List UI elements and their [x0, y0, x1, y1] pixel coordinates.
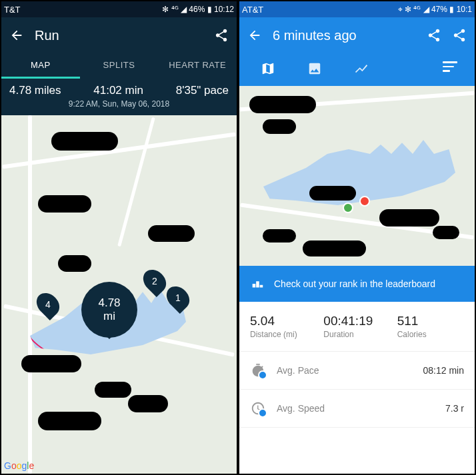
row-avg-pace: Avg. Pace 08:12 min — [239, 352, 475, 390]
status-bar: T&T ✻ ⁴ᴳ ◢ 46% ▮ 10:12 — [1, 1, 237, 17]
header: 6 minutes ago — [239, 17, 475, 86]
podium-icon — [250, 276, 265, 291]
map-attribution: Google — [4, 460, 34, 471]
tab-map[interactable] — [245, 53, 291, 86]
tab-chart[interactable] — [338, 53, 385, 86]
header: Run MAP SPLITS HEART RATE — [1, 17, 237, 79]
metric-calories: 511 Calories — [397, 314, 464, 339]
leaderboard-text: Check out your rank in the leaderboard — [274, 278, 435, 289]
metric-distance: 5.04 Distance (mi) — [250, 314, 317, 339]
share-alt-icon[interactable] — [452, 28, 467, 43]
stat-time: 41:02 min — [93, 84, 143, 97]
status-icons: ✻ ⁴ᴳ ◢ 46% ▮ 10:12 — [162, 5, 234, 14]
back-icon[interactable] — [9, 28, 24, 43]
image-icon — [307, 61, 322, 76]
chart-icon — [354, 61, 369, 76]
tab-heartrate[interactable]: HEART RATE — [158, 53, 237, 79]
carrier: T&T — [4, 5, 21, 15]
start-marker — [343, 203, 353, 213]
stat-datetime: 9:22 AM, Sun, May 06, 2018 — [9, 99, 229, 109]
map-view[interactable] — [239, 86, 475, 266]
route-shape — [253, 126, 466, 219]
stat-distance: 4.78 miles — [9, 84, 61, 97]
tab-map[interactable]: MAP — [1, 53, 80, 79]
right-phone: AT&T ⌖ ✻ ⁴ᴳ ◢ 47% ▮ 10:1 6 minutes ago — [239, 1, 475, 474]
share-icon[interactable] — [427, 28, 441, 43]
metric-duration: 00:41:19 Duration — [323, 314, 390, 339]
speed-icon — [250, 400, 266, 416]
page-title: 6 minutes ago — [273, 28, 416, 43]
tabs — [239, 53, 475, 86]
menu-icon — [443, 61, 457, 72]
status-icons: ⌖ ✻ ⁴ᴳ ◢ 47% ▮ 10:1 — [398, 5, 472, 14]
status-bar: AT&T ⌖ ✻ ⁴ᴳ ◢ 47% ▮ 10:1 — [239, 1, 475, 17]
tab-splits[interactable]: SPLITS — [80, 53, 159, 79]
tabs: MAP SPLITS HEART RATE — [1, 53, 237, 79]
metrics-row: 5.04 Distance (mi) 00:41:19 Duration 511… — [239, 302, 475, 352]
tab-photos[interactable] — [291, 53, 338, 86]
row-avg-speed: Avg. Speed 7.3 r — [239, 390, 475, 428]
tab-menu[interactable] — [443, 53, 469, 86]
end-marker — [359, 196, 370, 207]
stats-bar: 4.78 miles 41:02 min 8'35" pace 9:22 AM,… — [1, 79, 237, 115]
map-icon — [261, 61, 275, 76]
stat-pace: 8'35" pace — [176, 84, 229, 97]
pace-icon — [250, 362, 266, 378]
leaderboard-banner[interactable]: Check out your rank in the leaderboard — [239, 266, 475, 302]
map-view[interactable]: 4.78 mi 1 2 4 Google — [1, 115, 237, 474]
back-icon[interactable] — [247, 28, 262, 43]
left-phone: T&T ✻ ⁴ᴳ ◢ 46% ▮ 10:12 Run MAP SPLITS HE… — [1, 1, 237, 474]
share-icon[interactable] — [214, 28, 229, 43]
distance-marker[interactable]: 4.78 mi — [81, 282, 137, 338]
page-title: Run — [35, 28, 203, 43]
carrier: AT&T — [242, 5, 263, 15]
